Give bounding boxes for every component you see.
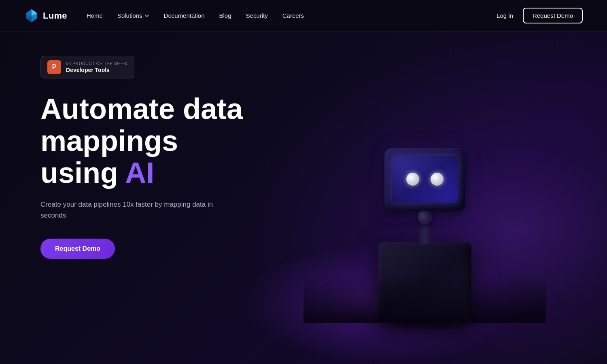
brand-name: Lume [43, 11, 67, 21]
nav-solutions[interactable]: Solutions [117, 12, 149, 19]
nav-links: Home Solutions Documentation Blog Securi… [87, 12, 304, 19]
nav-careers[interactable]: Careers [282, 12, 304, 19]
hero-content: P #3 PRODUCT OF THE WEEK Developer Tools… [0, 32, 607, 283]
hero-cta-button[interactable]: Request Demo [40, 239, 115, 259]
product-hunt-badge[interactable]: P #3 PRODUCT OF THE WEEK Developer Tools [40, 56, 134, 78]
badge-category: Developer Tools [66, 67, 127, 73]
headline-line1: Automate data mappings [40, 93, 243, 157]
product-hunt-icon: P [47, 60, 61, 74]
nav-actions: Log in Request Demo [497, 8, 583, 23]
nav-home[interactable]: Home [87, 12, 103, 19]
badge-rank: #3 PRODUCT OF THE WEEK [66, 61, 127, 66]
chevron-down-icon [144, 13, 149, 18]
logo[interactable]: Lume [24, 8, 67, 23]
nav-request-demo-button[interactable]: Request Demo [523, 8, 583, 23]
badge-text: #3 PRODUCT OF THE WEEK Developer Tools [66, 61, 127, 73]
nav-security[interactable]: Security [246, 12, 268, 19]
headline-ai: AI [125, 157, 154, 189]
nav-documentation[interactable]: Documentation [164, 12, 205, 19]
hero-section: P #3 PRODUCT OF THE WEEK Developer Tools… [0, 32, 607, 364]
hero-headline: Automate data mappings using AI [40, 93, 324, 189]
navbar: Lume Home Solutions Documentation Blog [0, 0, 607, 32]
headline-line2-prefix: using [40, 157, 125, 189]
login-button[interactable]: Log in [497, 12, 513, 19]
hero-subtext: Create your data pipelines 10x faster by… [40, 199, 235, 221]
nav-blog[interactable]: Blog [219, 12, 231, 19]
